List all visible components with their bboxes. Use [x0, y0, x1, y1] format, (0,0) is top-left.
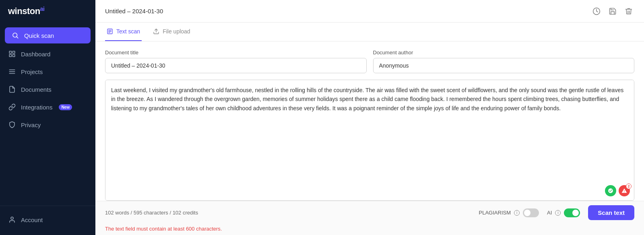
scan-text-button[interactable]: Scan text	[588, 205, 634, 220]
sidebar-item-label: Integrations	[21, 104, 52, 111]
documents-icon	[8, 85, 16, 93]
svg-rect-5	[13, 55, 15, 57]
svg-point-6	[11, 217, 13, 219]
svg-point-0	[13, 33, 17, 37]
sidebar-item-label: Documents	[21, 86, 52, 93]
ai-label: AI	[547, 210, 552, 216]
sidebar-item-label: Privacy	[21, 122, 41, 128]
new-badge: New	[59, 104, 72, 110]
sidebar-item-label: Quick scan	[24, 32, 54, 39]
sidebar-item-projects[interactable]: Projects	[0, 63, 95, 80]
dashboard-icon	[8, 50, 16, 58]
ai-check-icon[interactable]	[605, 185, 616, 196]
header-actions	[591, 6, 634, 17]
check-svg	[608, 188, 613, 194]
tab-text-scan[interactable]: Text scan	[105, 23, 142, 41]
delete-button[interactable]	[623, 6, 634, 17]
scan-icon	[11, 31, 19, 39]
svg-rect-3	[13, 51, 15, 53]
save-button[interactable]	[607, 6, 618, 17]
tab-text-scan-label: Text scan	[116, 28, 140, 35]
sidebar-logo: winstonai	[0, 0, 95, 23]
document-author-label: Document author	[373, 49, 635, 56]
integrations-icon	[8, 103, 16, 111]
sidebar-item-label: Account	[21, 216, 43, 223]
word-count: 102 words / 595 characters / 102 credits	[105, 210, 198, 216]
sidebar: winstonai Quick scan Dashboard	[0, 0, 95, 235]
sidebar-item-documents[interactable]: Documents	[0, 80, 95, 98]
sidebar-item-privacy[interactable]: Privacy	[0, 116, 95, 134]
save-icon	[609, 7, 617, 15]
sidebar-bottom: Account	[0, 206, 95, 235]
history-icon	[592, 7, 601, 15]
svg-rect-4	[9, 55, 11, 57]
document-author-input[interactable]	[373, 58, 635, 73]
bottom-right: PLAGIARISM i AI i Scan text	[479, 205, 634, 220]
plagiarism-toggle-group: PLAGIARISM i	[479, 208, 539, 217]
sidebar-item-quick-scan[interactable]: Quick scan	[5, 27, 91, 43]
logo-suffix: ai	[40, 6, 45, 12]
plagiarism-info-icon[interactable]: i	[514, 210, 520, 216]
plagiarism-toggle[interactable]	[523, 208, 539, 217]
sidebar-item-label: Projects	[21, 68, 43, 75]
floating-icons: 2	[605, 185, 630, 196]
sidebar-nav: Quick scan Dashboard Projects	[0, 23, 95, 206]
sidebar-item-label: Dashboard	[21, 51, 50, 58]
logo-text: winstonai	[8, 6, 44, 16]
privacy-icon	[8, 121, 16, 129]
text-area-container: Last weekend, I visited my grandmother's…	[105, 80, 634, 201]
sidebar-item-account[interactable]: Account	[0, 211, 95, 229]
logo-name: winston	[8, 6, 40, 16]
history-button[interactable]	[591, 6, 602, 17]
svg-rect-2	[9, 51, 11, 53]
ai-toggle-group: AI i	[547, 208, 580, 217]
page-title: Untitled – 2024-01-30	[105, 8, 163, 14]
file-upload-icon	[153, 28, 159, 35]
main-content: Untitled – 2024-01-30	[95, 0, 644, 235]
tab-file-upload-label: File upload	[163, 28, 190, 35]
alert-svg	[621, 188, 627, 194]
ai-toggle[interactable]	[564, 208, 580, 217]
header: Untitled – 2024-01-30	[95, 0, 644, 23]
document-title-group: Document title	[105, 49, 367, 73]
svg-line-1	[17, 37, 18, 38]
text-content-input[interactable]: Last weekend, I visited my grandmother's…	[105, 80, 634, 200]
fields-row: Document title Document author	[105, 49, 634, 73]
alert-badge: 2	[626, 183, 632, 189]
account-icon	[8, 216, 16, 224]
sidebar-item-integrations[interactable]: Integrations New	[0, 98, 95, 116]
plagiarism-label: PLAGIARISM	[479, 210, 511, 216]
document-author-group: Document author	[373, 49, 635, 73]
error-message: The text field must contain at least 600…	[95, 224, 644, 235]
projects-icon	[8, 68, 16, 76]
plagiarism-alert-icon[interactable]: 2	[619, 185, 630, 196]
delete-icon	[625, 7, 633, 15]
tabs: Text scan File upload	[95, 23, 644, 41]
content-area: Document title Document author Last week…	[95, 41, 644, 201]
bottom-bar: 102 words / 595 characters / 102 credits…	[95, 201, 644, 224]
text-scan-icon	[107, 28, 113, 35]
ai-info-icon[interactable]: i	[555, 210, 561, 216]
document-title-label: Document title	[105, 49, 367, 56]
document-title-input[interactable]	[105, 58, 367, 73]
sidebar-item-dashboard[interactable]: Dashboard	[0, 45, 95, 63]
tab-file-upload[interactable]: File upload	[151, 23, 192, 41]
